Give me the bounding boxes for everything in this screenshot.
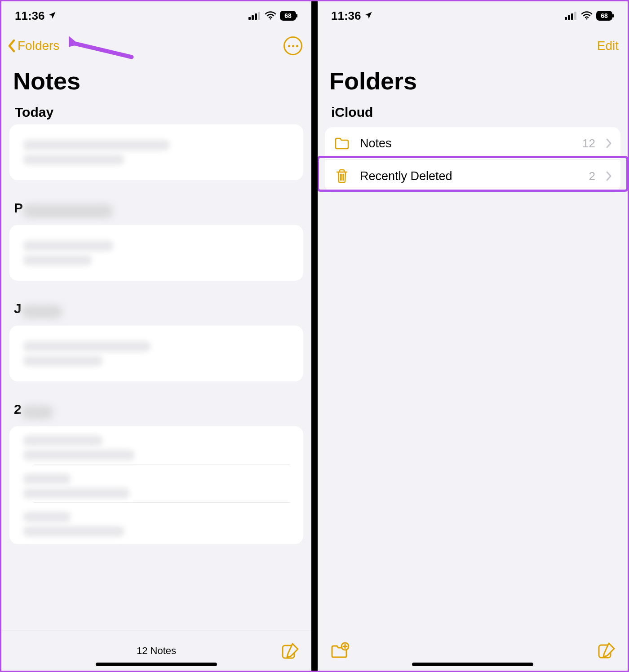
page-title: Folders: [318, 62, 628, 102]
svg-text:68: 68: [284, 12, 292, 19]
back-label: Folders: [18, 39, 59, 53]
nav-bar: Folders: [1, 30, 311, 62]
svg-rect-12: [571, 13, 573, 20]
page-title: Notes: [1, 62, 311, 102]
folder-label: Recently Deleted: [360, 169, 579, 183]
home-indicator[interactable]: [412, 663, 533, 666]
status-left: 11:36: [15, 9, 57, 23]
ellipsis-icon: [288, 45, 298, 47]
back-button[interactable]: Folders: [7, 39, 59, 53]
wifi-icon: [581, 9, 593, 23]
note-group[interactable]: [9, 426, 303, 544]
new-folder-icon: [329, 641, 349, 660]
folder-count: 2: [589, 169, 595, 183]
folder-recently-deleted[interactable]: Recently Deleted 2: [325, 159, 620, 192]
compose-button[interactable]: [280, 641, 300, 661]
chevron-right-icon: [605, 138, 612, 149]
compose-button[interactable]: [596, 641, 616, 660]
svg-rect-10: [565, 17, 567, 20]
svg-rect-2: [255, 13, 257, 20]
compose-icon: [280, 641, 300, 661]
signal-icon: [565, 9, 577, 23]
wifi-icon: [265, 9, 276, 23]
screenshot-divider: [311, 1, 318, 671]
signal-icon: [248, 9, 261, 23]
note-item[interactable]: [9, 225, 303, 281]
phone-notes: 11:36 68 Folders: [1, 1, 311, 671]
location-icon: [364, 9, 373, 23]
section-icloud: iCloud: [318, 102, 628, 124]
folder-card: Notes 12 Recently Deleted 2: [325, 127, 620, 192]
folder-icon: [334, 135, 350, 151]
folder-notes[interactable]: Notes 12: [325, 127, 620, 159]
status-bar: 11:36 68: [318, 1, 628, 30]
folder-label: Notes: [360, 137, 572, 150]
folder-count: 12: [582, 137, 595, 150]
svg-rect-11: [568, 15, 570, 20]
edit-button[interactable]: Edit: [597, 39, 619, 53]
svg-text:68: 68: [601, 12, 608, 19]
spacer: [318, 195, 628, 630]
chevron-left-icon: [7, 39, 17, 53]
section-2: 2: [9, 384, 303, 426]
svg-rect-13: [574, 12, 576, 20]
status-time: 11:36: [331, 9, 361, 23]
status-time: 11:36: [15, 9, 45, 23]
section-j: J: [9, 283, 303, 326]
chevron-right-icon: [605, 171, 612, 181]
battery-icon: 68: [280, 11, 298, 21]
svg-point-4: [270, 18, 271, 19]
svg-rect-6: [296, 14, 297, 18]
phone-folders: 11:36 68 Edit Folders iCloud: [318, 1, 628, 671]
svg-point-14: [586, 18, 588, 19]
status-right: 68: [248, 9, 298, 23]
note-item[interactable]: [9, 124, 303, 180]
trash-icon: [334, 168, 350, 184]
nav-bar: Edit: [318, 30, 628, 62]
new-folder-button[interactable]: [329, 641, 349, 660]
folder-list: Notes 12 Recently Deleted 2: [318, 124, 628, 195]
more-button[interactable]: [283, 36, 302, 55]
svg-rect-0: [248, 17, 251, 20]
notes-list[interactable]: P J 2: [1, 124, 311, 630]
battery-icon: 68: [596, 11, 614, 21]
notes-count: 12 Notes: [137, 645, 176, 657]
section-today: Today: [1, 102, 311, 124]
section-p: P: [9, 183, 303, 225]
status-left: 11:36: [331, 9, 373, 23]
compose-icon: [596, 641, 616, 660]
status-right: 68: [565, 9, 614, 23]
svg-rect-3: [258, 12, 260, 20]
note-item[interactable]: [9, 326, 303, 381]
svg-rect-1: [252, 15, 254, 20]
home-indicator[interactable]: [96, 663, 217, 666]
location-icon: [48, 9, 57, 23]
svg-rect-16: [612, 14, 614, 18]
status-bar: 11:36 68: [1, 1, 311, 30]
